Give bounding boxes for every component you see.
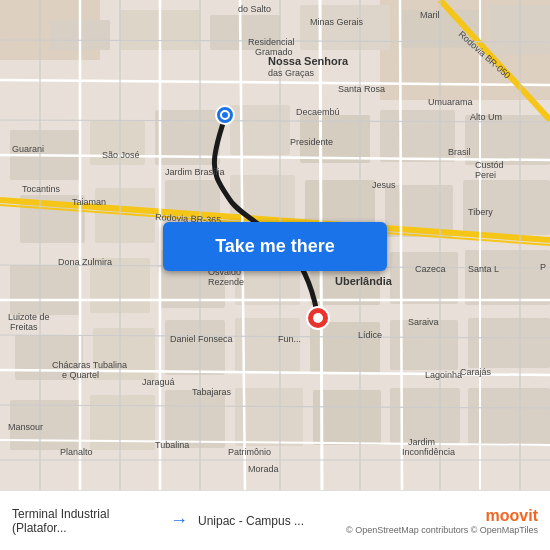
svg-rect-32 [165,320,225,375]
svg-point-123 [221,111,229,119]
svg-text:Patrimônio: Patrimônio [228,447,271,457]
svg-text:Santa L: Santa L [468,264,499,274]
svg-text:Dona Zulmira: Dona Zulmira [58,257,112,267]
take-me-there-button[interactable]: Take me there [163,222,387,271]
svg-text:Gramado: Gramado [255,47,293,57]
svg-text:Presidente: Presidente [290,137,333,147]
svg-text:Jardim: Jardim [408,437,435,447]
svg-text:Planalto: Planalto [60,447,93,457]
svg-text:Guarani: Guarani [12,144,44,154]
svg-rect-6 [300,5,390,50]
svg-text:Saraiva: Saraiva [408,317,439,327]
svg-text:Jesus: Jesus [372,180,396,190]
svg-text:Carajás: Carajás [460,367,492,377]
svg-text:Tibery: Tibery [468,207,493,217]
svg-text:Minas Gerais: Minas Gerais [310,17,364,27]
svg-text:Alto Um: Alto Um [470,112,502,122]
svg-rect-23 [10,265,80,315]
svg-text:Inconfidência: Inconfidência [402,447,455,457]
osm-credit-text: © OpenStreetMap contributors © OpenMapTi… [346,525,538,535]
arrow-icon: → [160,510,198,531]
destination-marker [307,307,329,329]
bottom-bar: Terminal Industrial (Platafor... → Unipa… [0,490,550,550]
moovit-brand-text: moovit [486,507,538,525]
svg-text:Lagoinha: Lagoinha [425,370,462,380]
svg-rect-29 [465,250,550,305]
svg-text:São José: São José [102,150,140,160]
moovit-logo: moovit © OpenStreetMap contributors © Op… [346,507,538,535]
svg-text:Residencial: Residencial [248,37,295,47]
svg-text:Jaraguá: Jaraguá [142,377,175,387]
svg-text:Taiaman: Taiaman [72,197,106,207]
svg-point-125 [313,313,323,323]
svg-rect-14 [380,110,455,162]
to-label: Unipac - Campus ... [198,514,346,528]
svg-text:Brasil: Brasil [448,147,471,157]
svg-text:Umuarama: Umuarama [428,97,473,107]
svg-text:Morada: Morada [248,464,279,474]
svg-text:das Graças: das Graças [268,68,315,78]
svg-text:Custód: Custód [475,160,504,170]
svg-text:Jardim Brasília: Jardim Brasília [165,167,225,177]
svg-text:Perei: Perei [475,170,496,180]
svg-rect-12 [230,105,290,155]
svg-text:Uberlândia: Uberlândia [335,275,393,287]
svg-text:Rezende: Rezende [208,277,244,287]
from-label: Terminal Industrial (Platafor... [12,507,160,535]
svg-text:Maril: Maril [420,10,440,20]
svg-text:Luizote de: Luizote de [8,312,50,322]
svg-text:Mansour: Mansour [8,422,43,432]
svg-text:Santa Rosa: Santa Rosa [338,84,385,94]
svg-text:Chácaras Tubalina: Chácaras Tubalina [52,360,127,370]
svg-text:Tubalina: Tubalina [155,440,189,450]
svg-text:Decaembú: Decaembú [296,107,340,117]
svg-text:Fun...: Fun... [278,334,301,344]
svg-text:e Quartel: e Quartel [62,370,99,380]
svg-text:Cazeca: Cazeca [415,264,446,274]
svg-text:do Salto: do Salto [238,4,271,14]
svg-text:P: P [540,262,546,272]
svg-text:Freitas: Freitas [10,322,38,332]
svg-text:Tabajaras: Tabajaras [192,387,232,397]
svg-text:Tocantins: Tocantins [22,184,61,194]
svg-text:Daniel Fonseca: Daniel Fonseca [170,334,233,344]
svg-text:Lídice: Lídice [358,330,382,340]
